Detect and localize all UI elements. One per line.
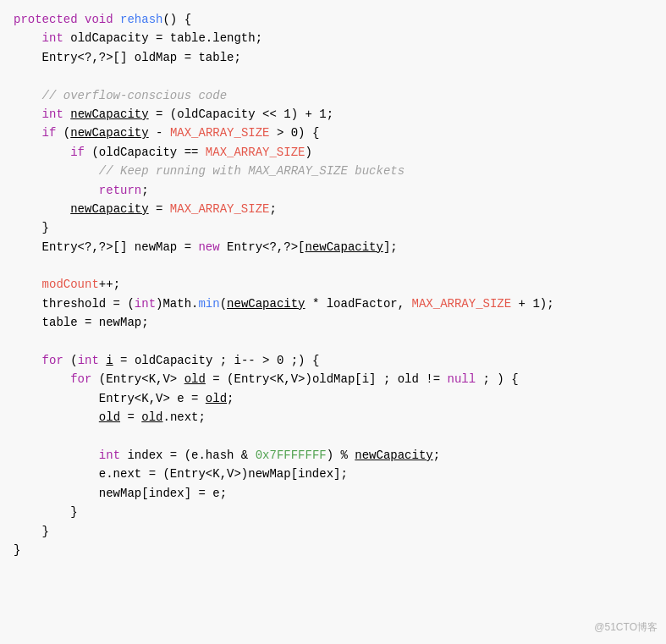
code-line-9: // Keep running with MAX_ARRAY_SIZE buck…: [14, 162, 652, 180]
code-line-23: [14, 427, 652, 446]
code-line-19: for (int i = oldCapacity ; i-- > 0 ;) {: [14, 351, 652, 370]
code-line-21: Entry<K,V> e = old;: [14, 389, 652, 408]
code-line-6: int newCapacity = (oldCapacity << 1) + 1…: [14, 105, 652, 124]
code-line-16: threshold = (int)Math.min(newCapacity * …: [14, 294, 652, 313]
code-line-10: return;: [14, 181, 652, 200]
code-line-26: newMap[index] = e;: [14, 484, 652, 503]
code-line-7: if (newCapacity - MAX_ARRAY_SIZE > 0) {: [14, 124, 652, 142]
code-line-15: modCount++;: [14, 275, 652, 294]
watermark: @51CTO博客: [594, 619, 658, 636]
code-line-12: }: [14, 218, 652, 237]
code-line-25: e.next = (Entry<K,V>)newMap[index];: [14, 465, 652, 483]
code-line-2: int oldCapacity = table.length;: [14, 29, 652, 47]
code-block: protected void rehash() { int oldCapacit…: [0, 0, 666, 644]
code-line-5: // overflow-conscious code: [14, 86, 652, 105]
code-line-11: newCapacity = MAX_ARRAY_SIZE;: [14, 200, 652, 218]
code-line-13: Entry<?,?>[] newMap = new Entry<?,?>[new…: [14, 238, 652, 256]
code-line-8: if (oldCapacity == MAX_ARRAY_SIZE): [14, 143, 652, 162]
code-line-28: }: [14, 522, 652, 541]
code-line-4: [14, 67, 652, 85]
code-line-14: [14, 256, 652, 275]
code-line-22: old = old.next;: [14, 408, 652, 427]
code-line-24: int index = (e.hash & 0x7FFFFFFF) % newC…: [14, 446, 652, 465]
code-line-3: Entry<?,?>[] oldMap = table;: [14, 48, 652, 67]
code-line-20: for (Entry<K,V> old = (Entry<K,V>)oldMap…: [14, 370, 652, 388]
code-line-1: protected void rehash() {: [14, 10, 652, 29]
code-line-27: }: [14, 503, 652, 521]
code-line-18: [14, 333, 652, 351]
code-line-17: table = newMap;: [14, 313, 652, 332]
code-line-29: }: [14, 541, 652, 559]
